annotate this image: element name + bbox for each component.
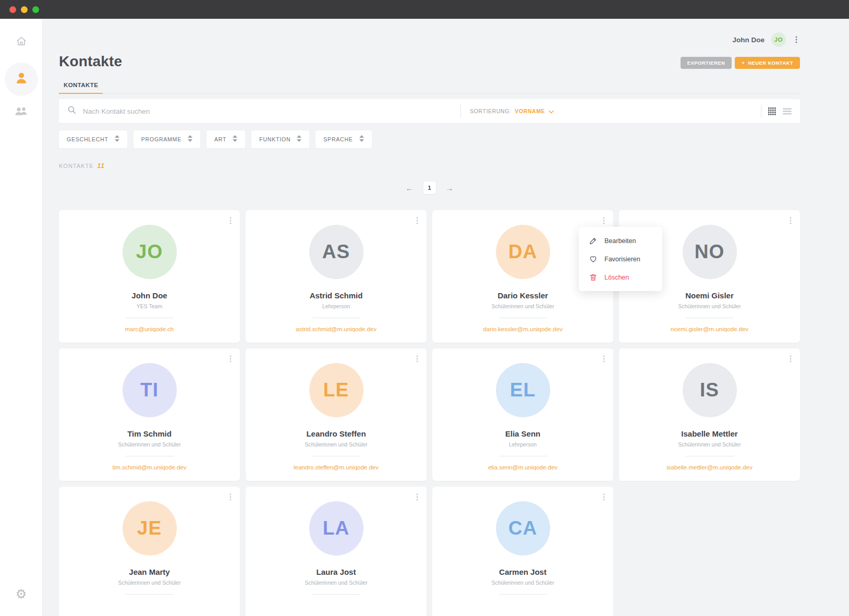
tab-kontakte[interactable]: KONTAKTE — [59, 82, 103, 94]
filter-chip[interactable]: PROGRAMME — [134, 130, 200, 148]
sidebar-item-groups[interactable] — [9, 100, 33, 124]
contact-email[interactable]: marc@uniqode.ch — [59, 326, 240, 332]
card-menu-button[interactable] — [787, 216, 794, 227]
filter-chip[interactable]: GESCHLECHT — [59, 130, 127, 148]
contact-card: CA Carmen Jost Schülerinnen und Schüler — [432, 487, 613, 616]
contact-avatar: JO — [123, 225, 177, 279]
filter-chip[interactable]: SPRACHE — [316, 130, 371, 148]
pagination: ← 1 → — [59, 182, 800, 194]
sort-arrows-icon — [359, 135, 364, 144]
card-menu-button[interactable] — [414, 493, 420, 503]
contact-avatar: JE — [123, 501, 177, 555]
card-menu-button[interactable] — [601, 355, 607, 365]
card-divider — [686, 318, 734, 318]
prev-page-button[interactable]: ← — [406, 184, 414, 192]
contact-avatar: CA — [496, 501, 550, 555]
page-actions: EXPORTIEREN + NEUER KONTAKT — [681, 57, 800, 70]
contact-name: Leandro Steffen — [246, 429, 427, 438]
card-menu-button[interactable] — [227, 493, 234, 503]
card-divider — [126, 594, 174, 595]
contact-name: Jean Marty — [59, 567, 240, 576]
view-divider — [761, 105, 761, 117]
contact-email[interactable]: astrid.schmid@m.uniqode.dev — [246, 326, 427, 332]
avatar-initials: LE — [323, 379, 349, 401]
contact-avatar: DA — [496, 225, 550, 279]
trash-icon — [588, 273, 598, 282]
zoom-window-button[interactable] — [32, 6, 39, 13]
avatar-initials: NO — [695, 241, 725, 263]
contact-role: YES Team — [59, 303, 240, 309]
card-divider — [499, 456, 547, 456]
card-menu-button[interactable] — [414, 216, 420, 227]
minimize-window-button[interactable] — [21, 6, 28, 13]
contact-name: John Doe — [59, 291, 240, 300]
contact-name: Laura Jost — [246, 567, 427, 576]
menu-item-edit[interactable]: Bearbeiten — [579, 232, 662, 250]
contact-role: Schülerinnen und Schüler — [432, 579, 613, 586]
contact-avatar: LA — [309, 501, 363, 555]
main-area: John Doe JO Kontakte EXPORTIEREN + NEUER… — [43, 19, 849, 616]
card-menu-button[interactable] — [601, 216, 607, 227]
sidebar-item-settings[interactable]: ⚙ — [16, 587, 27, 601]
filter-chip[interactable]: ART — [207, 130, 245, 148]
filter-chip[interactable]: FUNKTION — [251, 130, 309, 148]
card-menu-button[interactable] — [601, 493, 607, 503]
contact-card: LE Leandro Steffen Schülerinnen und Schü… — [246, 348, 427, 481]
sort-label: SORTIERUNG: — [470, 108, 511, 114]
contact-role: Schülerinnen und Schüler — [246, 579, 427, 586]
filter-chip-label: SPRACHE — [323, 136, 353, 142]
contact-avatar: AS — [309, 225, 363, 279]
contact-email[interactable]: noemi.gisler@m.uniqode.dev — [619, 326, 800, 332]
next-page-button[interactable]: → — [446, 184, 454, 192]
new-contact-button[interactable]: + NEUER KONTAKT — [735, 57, 800, 69]
contact-email[interactable]: dario.kessler@m.uniqode.dev — [432, 326, 613, 332]
contact-email[interactable]: leandro.steffen@m.uniqode.dev — [246, 464, 427, 470]
search-input[interactable] — [83, 107, 460, 115]
contact-name: Elia Senn — [432, 429, 613, 438]
sort-arrows-icon — [115, 135, 119, 144]
menu-item-delete[interactable]: Löschen — [579, 268, 662, 286]
card-divider — [126, 456, 174, 456]
close-window-button[interactable] — [9, 6, 16, 13]
filter-chip-label: FUNKTION — [259, 136, 290, 142]
avatar[interactable]: JO — [771, 32, 786, 47]
card-menu-button[interactable] — [227, 216, 234, 227]
contact-card: JO John Doe YES Team marc@uniqode.ch — [59, 210, 240, 343]
contact-name: Dario Kessler — [432, 291, 613, 300]
user-menu-button[interactable] — [793, 35, 800, 44]
contact-email[interactable]: elia.senn@m.uniqode.dev — [432, 464, 613, 470]
contacts-icon — [14, 70, 29, 88]
avatar-initials: LA — [323, 517, 349, 539]
card-divider — [126, 318, 174, 318]
user-header: John Doe JO — [59, 19, 800, 47]
sidebar-item-home[interactable] — [9, 30, 33, 54]
results-label: KONTAKTE — [59, 163, 93, 169]
plus-icon: + — [742, 60, 745, 66]
menu-item-favorite[interactable]: Favorisieren — [579, 250, 662, 268]
results-count: 11 — [97, 162, 104, 170]
sidebar: ⚙ — [0, 19, 43, 616]
contact-card: EL Elia Senn Lehrperson elia.senn@m.uniq… — [432, 348, 613, 481]
contact-card: IS Isabelle Mettler Schülerinnen und Sch… — [619, 348, 800, 481]
card-context-menu: Bearbeiten Favorisieren — [579, 227, 662, 291]
sort-dropdown[interactable]: SORTIERUNG: VORNAME — [470, 106, 554, 116]
card-menu-button[interactable] — [414, 355, 420, 365]
contact-name: Noemi Gisler — [619, 291, 800, 300]
contact-role: Schülerinnen und Schüler — [59, 441, 240, 448]
export-button[interactable]: EXPORTIEREN — [681, 57, 732, 69]
filters-row: GESCHLECHT PROGRAMME ART FUNKTION — [59, 130, 800, 148]
card-menu-button[interactable] — [227, 355, 234, 365]
card-divider — [686, 456, 734, 456]
contact-email[interactable]: isabelle.mettler@m.uniqode.dev — [619, 464, 800, 470]
contacts-grid: JO John Doe YES Team marc@uniqode.ch AS … — [59, 210, 800, 616]
current-page[interactable]: 1 — [423, 182, 436, 194]
contact-name: Astrid Schmid — [246, 291, 427, 300]
contact-email[interactable]: tim.schmid@m.uniqode.dev — [59, 464, 240, 470]
list-view-icon[interactable] — [783, 108, 792, 115]
tab-bar: KONTAKTE — [59, 80, 800, 94]
avatar-initials: JE — [137, 517, 162, 539]
grid-view-icon[interactable] — [768, 107, 776, 115]
sidebar-item-contacts[interactable] — [5, 63, 38, 96]
contact-avatar: TI — [123, 363, 177, 417]
card-menu-button[interactable] — [787, 355, 794, 365]
